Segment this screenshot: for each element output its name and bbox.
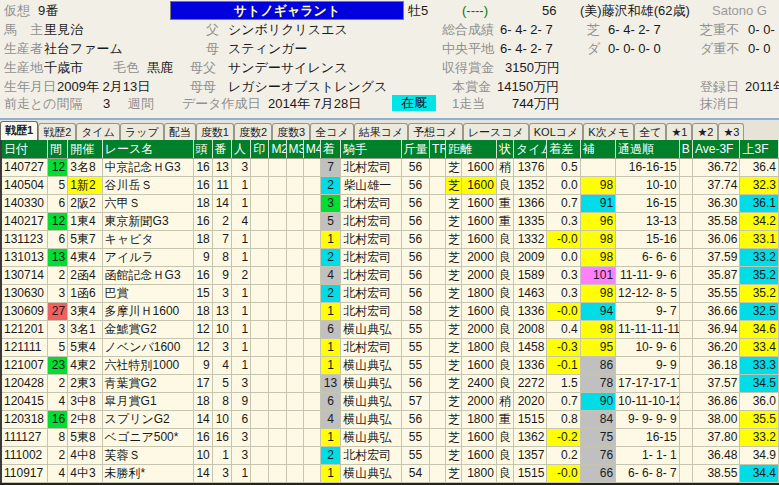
tab-戦歴1[interactable]: 戦歴1 xyxy=(0,121,38,140)
cell-venue: 2函4 xyxy=(68,267,102,285)
history-row[interactable]: 14033062阪2六甲Ｓ181413北村宏司56芝1600重13660.791… xyxy=(1,195,779,213)
cell-time: 2272 xyxy=(514,375,547,393)
cell-rating: 94 xyxy=(580,303,615,321)
cell-pop: 1 xyxy=(231,177,250,195)
interval-value: 3 xyxy=(103,96,110,111)
cell-margin: -0.3 xyxy=(547,339,580,357)
cell-margin: 0.3 xyxy=(547,213,580,231)
tab-K次メモ[interactable]: K次メモ xyxy=(583,123,634,140)
history-row[interactable]: 120318162中8スプリンG2141064横山典弘56芝1800重15150… xyxy=(1,411,779,429)
cell-race: スプリンG2 xyxy=(102,411,193,429)
cell-bl xyxy=(679,285,692,303)
cell-gap: 27 xyxy=(48,303,68,321)
cell-dist: 2400 xyxy=(462,375,496,393)
col-header-mark[interactable]: 印 xyxy=(251,140,269,159)
cell-surf: 芝 xyxy=(446,357,462,375)
col-header-m4[interactable]: M4 xyxy=(303,140,320,159)
tab-予想コメ[interactable]: 予想コメ xyxy=(408,123,463,140)
tab-★3[interactable]: ★3 xyxy=(718,123,744,140)
col-header-num[interactable]: 番 xyxy=(212,140,231,159)
birthdate: 2009年 2月13日 xyxy=(57,79,150,94)
history-row[interactable]: 11112785東8ベゴニア500*161631横山典弘55芝1600良1362… xyxy=(1,429,779,447)
cell-pass: 9- 9- 9- 9 xyxy=(616,411,680,429)
coat: 黒鹿 xyxy=(147,60,173,75)
tab-度数3[interactable]: 度数3 xyxy=(272,123,310,140)
col-header-last3f[interactable]: 上3F xyxy=(740,140,779,159)
col-header-time[interactable]: タイム xyxy=(514,140,547,159)
cell-pop: 9 xyxy=(231,393,250,411)
tab-★1[interactable]: ★1 xyxy=(666,123,692,140)
tab-ラップ[interactable]: ラップ xyxy=(120,123,164,140)
history-row[interactable]: 12041543中8皐月賞G118896横山典弘57芝2000稍20200.79… xyxy=(1,393,779,411)
cell-m4 xyxy=(303,249,320,267)
history-row[interactable]: 130609273東4多摩川Ｈ1600181311北村宏司58芝1600良133… xyxy=(1,303,779,321)
cell-pass: 6- 6- 6 xyxy=(616,249,680,267)
cell-margin: -0.2 xyxy=(547,429,580,447)
cell-m4 xyxy=(303,447,320,465)
col-header-pop[interactable]: 人 xyxy=(231,140,250,159)
col-header-bl[interactable]: B xyxy=(679,140,692,159)
col-header-m3[interactable]: M3 xyxy=(286,140,303,159)
col-header-gap[interactable]: 間 xyxy=(48,140,68,159)
cell-m3 xyxy=(286,429,303,447)
col-header-date[interactable]: 日付 xyxy=(1,140,48,159)
col-header-pass[interactable]: 通過順 xyxy=(616,140,680,159)
col-header-margin[interactable]: 着差 xyxy=(547,140,580,159)
col-header-tr[interactable]: TR xyxy=(430,140,446,159)
col-header-jockey[interactable]: 騎手 xyxy=(341,140,402,159)
cell-venue: 3名8 xyxy=(68,159,102,177)
col-header-ave3f[interactable]: Ave-3F xyxy=(692,140,740,159)
cell-num: 9 xyxy=(212,267,231,285)
col-header-m2[interactable]: M2 xyxy=(269,140,286,159)
cell-mark xyxy=(251,357,269,375)
tab-タイム[interactable]: タイム xyxy=(76,123,120,140)
history-row[interactable]: 121007234東2六社特別10009411横山典弘55芝1600良1336-… xyxy=(1,357,779,375)
cell-m4 xyxy=(303,465,320,483)
col-header-heads[interactable]: 頭 xyxy=(193,140,212,159)
history-row[interactable]: 131013134東4アイルラ9812北村宏司56芝2000良20090.098… xyxy=(1,249,779,267)
history-row[interactable]: 13063031函6巴賞15312北村宏司56芝1800良14630.39812… xyxy=(1,285,779,303)
history-row[interactable]: 140727123名8中京記念ＨG3161337北村宏司56芝1600稍1376… xyxy=(1,159,779,177)
cell-cond: 良 xyxy=(496,267,513,285)
tab-KOLコメ[interactable]: KOLコメ xyxy=(529,123,584,140)
cell-fin: 5 xyxy=(320,213,340,231)
tab-全て[interactable]: 全て xyxy=(634,123,666,140)
cell-wt: 56 xyxy=(401,267,429,285)
cell-time: 1362 xyxy=(514,429,547,447)
history-row[interactable]: 11091744中3未勝利*14311横山典弘54芝1800良1515-0.06… xyxy=(1,465,779,483)
col-header-wt[interactable]: 斤量 xyxy=(401,140,429,159)
tab-配当[interactable]: 配当 xyxy=(164,123,196,140)
history-row[interactable]: 140217121東4東京新聞G316245北村宏司56芝1600重13350.… xyxy=(1,213,779,231)
col-header-venue[interactable]: 開催 xyxy=(68,140,102,159)
history-row[interactable]: 12111155東4ノベンバ160012311北村宏司55芝1800良1458-… xyxy=(1,339,779,357)
history-header-row: 日付間開催レース名頭番人印M2M3M4着騎手斤量TR距離状タイム着差補通過順BA… xyxy=(1,140,779,159)
cell-margin: -0.0 xyxy=(547,303,580,321)
history-row[interactable]: 13071422函4函館記念ＨG316924北村宏司56芝2000良15890.… xyxy=(1,267,779,285)
tab-★2[interactable]: ★2 xyxy=(692,123,718,140)
tab-度数1[interactable]: 度数1 xyxy=(196,123,234,140)
history-row[interactable]: 12120133名1金鯱賞G2121016横山典弘55芝2000良20080.4… xyxy=(1,321,779,339)
earned-label: 収得賞金 xyxy=(442,60,494,75)
cell-jockey: 柴山雄一 xyxy=(341,177,402,195)
trainer: (美)藤沢和雄(62歳) xyxy=(580,3,690,18)
history-row[interactable]: 12042822東3青葉賞G2175313横山典弘56芝2400良22721.5… xyxy=(1,375,779,393)
col-header-rating[interactable]: 補 xyxy=(580,140,615,159)
cell-race: 多摩川Ｈ1600 xyxy=(102,303,193,321)
tab-度数2[interactable]: 度数2 xyxy=(234,123,272,140)
col-header-dist[interactable]: 距離 xyxy=(446,140,497,159)
col-header-cond[interactable]: 状 xyxy=(496,140,513,159)
cell-m2 xyxy=(269,357,286,375)
cell-m3 xyxy=(286,303,303,321)
history-row[interactable]: 13112365東7キャピタ18711北村宏司56芝1600良1332-0.09… xyxy=(1,231,779,249)
history-row[interactable]: 11100224中8芙蓉Ｓ10132北村宏司55芝1600良13570.2761… xyxy=(1,447,779,465)
cell-date: 131123 xyxy=(1,231,48,249)
tab-戦歴2[interactable]: 戦歴2 xyxy=(38,123,76,140)
history-row[interactable]: 14050451新2谷川岳Ｓ161112柴山雄一56芝1600良13520.09… xyxy=(1,177,779,195)
cell-mark xyxy=(251,231,269,249)
col-header-race[interactable]: レース名 xyxy=(102,140,193,159)
tab-結果コメ[interactable]: 結果コメ xyxy=(354,123,409,140)
birthplace-label: 生産地 xyxy=(4,60,43,75)
tab-全コメ[interactable]: 全コメ xyxy=(310,123,354,140)
tab-レースコメ[interactable]: レースコメ xyxy=(463,123,529,140)
col-header-fin[interactable]: 着 xyxy=(320,140,340,159)
